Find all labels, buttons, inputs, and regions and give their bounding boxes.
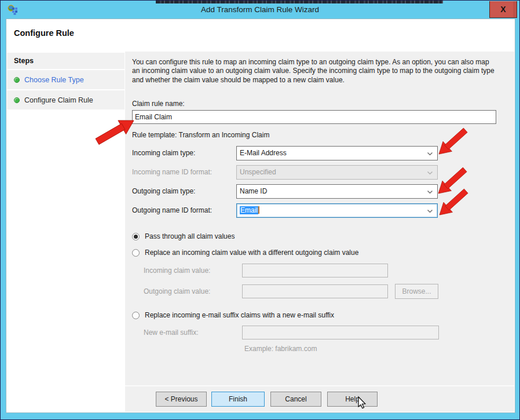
previous-button[interactable]: < Previous <box>156 392 207 407</box>
new-email-suffix-label: New e-mail suffix: <box>144 326 198 340</box>
step-label: Choose Rule Type <box>24 76 84 84</box>
suffix-example-text: Example: fabrikam.com <box>244 345 317 353</box>
steps-sidebar: Steps Choose Rule Type Configure Claim R… <box>6 52 124 412</box>
chevron-down-icon <box>427 171 433 175</box>
selected-combo-text: Email <box>240 206 258 214</box>
combo-value: Name ID <box>240 187 267 195</box>
incoming-claim-value-input <box>242 264 388 277</box>
help-button[interactable]: Help <box>327 392 378 407</box>
text-caret <box>258 206 259 214</box>
dialog-body: Configure Rule Steps Choose Rule Type Co… <box>6 19 515 413</box>
outgoing-name-id-format-label: Outgoing name ID format: <box>132 203 212 218</box>
combo-value: Unspecified <box>240 168 276 176</box>
incoming-claim-type-combo[interactable]: E-Mail Address <box>236 146 438 160</box>
cancel-button[interactable]: Cancel <box>270 392 321 407</box>
step-complete-icon <box>14 97 20 103</box>
sidebar-item-configure-claim-rule[interactable]: Configure Claim Rule <box>7 90 124 109</box>
step-label: Configure Claim Rule <box>24 96 93 104</box>
outgoing-claim-type-combo[interactable]: Name ID <box>236 184 438 199</box>
claim-rule-name-input[interactable] <box>132 110 496 124</box>
steps-heading: Steps <box>7 53 124 69</box>
browse-button: Browse... <box>395 284 438 299</box>
radio-replace-claim-value[interactable]: Replace an incoming claim value with a d… <box>132 249 358 257</box>
outgoing-name-id-format-combo[interactable]: Email <box>236 203 438 218</box>
chevron-down-icon <box>427 209 433 213</box>
chevron-down-icon <box>427 190 433 194</box>
close-button[interactable]: X <box>489 1 517 18</box>
outgoing-claim-value-input <box>242 284 388 298</box>
radio-pass-through[interactable]: Pass through all claim values <box>132 232 235 240</box>
combo-value: E-Mail Address <box>240 149 287 157</box>
window-title: Add Transform Claim Rule Wizard <box>1 1 519 19</box>
radio-unselected-icon[interactable] <box>132 312 140 319</box>
radio-label: Replace incoming e-mail suffix claims wi… <box>145 311 334 319</box>
radio-label: Replace an incoming claim value with a d… <box>145 249 358 257</box>
incoming-name-id-format-label: Incoming name ID format: <box>132 165 212 180</box>
radio-label: Pass through all claim values <box>145 232 235 240</box>
radio-replace-email-suffix[interactable]: Replace incoming e-mail suffix claims wi… <box>132 311 334 319</box>
radio-unselected-icon[interactable] <box>132 249 140 257</box>
outgoing-claim-type-label: Outgoing claim type: <box>132 184 195 199</box>
sidebar-item-choose-rule-type[interactable]: Choose Rule Type <box>7 70 124 89</box>
finish-button[interactable]: Finish <box>211 392 265 407</box>
incoming-claim-type-label: Incoming claim type: <box>132 146 195 160</box>
radio-selected-icon[interactable] <box>132 233 140 240</box>
incoming-name-id-format-combo: Unspecified <box>236 165 438 180</box>
new-email-suffix-input <box>242 326 439 339</box>
button-bar: < Previous Finish Cancel Help <box>125 385 514 412</box>
wizard-dialog: Add Transform Claim Rule Wizard X Config… <box>0 0 520 420</box>
background-window-sliver <box>156 1 443 3</box>
step-complete-icon <box>14 77 20 83</box>
rule-template-text: Rule template: Transform an Incoming Cla… <box>132 131 269 139</box>
outgoing-claim-value-label: Outgoing claim value: <box>144 284 210 299</box>
incoming-claim-value-label: Incoming claim value: <box>144 264 210 278</box>
page-title: Configure Rule <box>14 28 74 38</box>
main-panel: You can configure this rule to map an in… <box>125 52 514 385</box>
titlebar[interactable]: Add Transform Claim Rule Wizard <box>1 1 519 19</box>
chevron-down-icon <box>427 152 433 156</box>
claim-rule-name-label: Claim rule name: <box>132 100 185 108</box>
description-text: You can configure this rule to map an in… <box>132 58 496 85</box>
